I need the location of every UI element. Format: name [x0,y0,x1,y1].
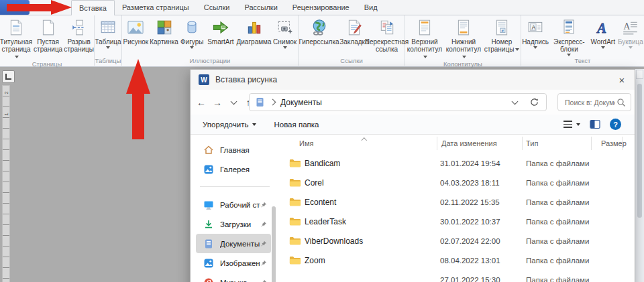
column-header-type[interactable]: Тип [526,139,538,147]
file-row[interactable]: Econtent 02.11.2022 15:35 Папка с файлам… [282,192,635,212]
annotation-arrow-insert-tab [0,0,74,15]
file-date: 27.01.2022 15:30 [440,276,526,282]
window-scrollbar [635,69,644,282]
file-name: Bandicam [305,159,440,168]
address-bar[interactable]: Документы [249,93,547,111]
ruler-toggle-icon[interactable] [636,70,643,79]
home-icon [203,145,214,155]
column-header-date[interactable]: Дата изменения [441,139,497,147]
file-type: Папка с файлами [526,198,601,206]
column-header-name[interactable]: Имя [299,139,313,147]
cover-page-button[interactable]: Титульная страница [0,17,32,60]
header-button[interactable]: Верхний колонтитул [406,17,443,60]
cross-reference-button[interactable]: Перекрестная ссылка [370,17,405,53]
sidebar-item-music[interactable]: Музыка [196,273,271,282]
list-view-icon [564,121,572,128]
navigation-bar: ← → ↑ Документы [191,90,635,115]
picture-button[interactable]: Рисунок [122,17,150,46]
file-row[interactable]: LeaderTask 30.01.2022 10:37 Папка с файл… [282,212,635,231]
footer-button[interactable]: Нижний колонтитул [444,17,483,60]
column-header-size[interactable]: Размер [601,139,627,147]
file-row[interactable]: Corel 04.03.2023 18:11 Папка с файлами [282,173,635,192]
address-dropdown-icon[interactable] [512,98,519,104]
sidebar-item-pictures[interactable]: Изображени [196,253,271,273]
file-name: ViberDownloads [305,236,440,246]
page-number-button[interactable]: # Номер страницы [484,17,520,53]
screenshot-button[interactable]: Снимок [272,17,298,49]
blank-page-button[interactable]: Пустая страница [32,17,64,53]
tab-insert[interactable]: Вставка [71,0,115,15]
scrollbar-thumb[interactable] [637,84,642,218]
group-text: A Надпись Экспресс-блоки A WordA [521,15,644,66]
page-break-icon [70,17,88,38]
vertical-ruler: 2 1 [2,85,10,282]
sidebar-item-downloads[interactable]: Загрузки [196,214,271,234]
group-links: Гиперссылка Закладка Перекрестная ссылка… [299,15,405,66]
hyperlink-button[interactable]: Гиперссылка [299,17,339,46]
wordart-label: WordArt [590,38,615,46]
quick-parts-button[interactable]: Экспресс-блоки [549,17,589,56]
tab-references[interactable]: Ссылки [197,0,237,15]
file-row[interactable]: ViberDownloads 02.07.2024 22:00 Папка с … [282,231,635,251]
drop-cap-button[interactable]: A Буквица [617,17,644,49]
wordart-button[interactable]: A WordArt [589,17,617,49]
tab-page-layout[interactable]: Разметка страницы [115,0,197,15]
recent-locations-button[interactable] [227,95,240,110]
organize-button[interactable]: Упорядочить [203,121,256,129]
close-button[interactable]: × [614,72,629,87]
dropdown-caret-icon [576,123,580,126]
tab-stop-selector[interactable] [2,70,15,83]
search-input[interactable] [564,98,616,107]
help-button[interactable]: ? [610,119,621,130]
dialog-title: Вставка рисунка [215,75,277,84]
file-row[interactable]: 27.01.2022 15:30 Папка с файлами [282,270,635,282]
column-divider[interactable] [522,137,523,150]
shapes-button[interactable]: Фигуры [178,17,205,49]
sidebar-item-gallery[interactable]: Галерея [196,159,271,179]
tab-mailings[interactable]: Рассылки [237,0,284,15]
file-row[interactable]: Bandicam 31.01.2024 19:54 Папка с файлам… [282,153,635,173]
column-divider[interactable] [437,137,437,150]
dropdown-caret-icon [533,46,537,49]
sidebar-separator [200,186,270,187]
page-break-label: Разрыв страницы [64,38,94,53]
file-name: Zoom [305,256,440,265]
search-box[interactable] [557,93,631,111]
hyperlink-icon [310,17,329,38]
column-divider[interactable] [622,137,623,150]
file-row[interactable]: Zoom 08.04.2022 13:01 Папка с файлами [282,251,635,270]
smartart-button[interactable]: SmartArt [205,17,236,46]
dropdown-caret-icon [15,56,19,58]
sidebar-scrollbar-thumb[interactable] [272,206,276,282]
refresh-icon[interactable] [529,97,539,107]
preview-pane-icon[interactable] [590,119,600,129]
page-break-button[interactable]: Разрыв страницы [64,17,94,53]
breadcrumb-location[interactable]: Документы [280,98,322,107]
file-type: Папка с файлами [526,237,601,245]
chart-button[interactable]: Диаграмма [236,17,272,46]
dropdown-caret-icon [567,54,571,56]
tab-view[interactable]: Вид [357,0,385,15]
organize-label: Упорядочить [203,121,248,129]
location-doc-icon [256,97,264,107]
cross-reference-icon [378,17,396,38]
sidebar-item-desktop[interactable]: Рабочий сто [196,195,271,214]
sidebar-item-documents[interactable]: Документы [196,234,271,253]
smartart-label: SmartArt [207,38,233,46]
folder-icon [289,216,301,226]
group-header-footer: Верхний колонтитул Нижний колонтитул # Н… [405,15,521,66]
table-button[interactable]: Таблица [95,17,121,49]
file-type: Папка с файлами [526,218,601,226]
back-button[interactable]: ← [195,95,208,110]
sidebar-item-home[interactable]: Главная [196,140,271,159]
new-folder-button[interactable]: Новая папка [274,121,319,129]
clipart-button[interactable]: Картинка [150,17,179,46]
tab-review[interactable]: Рецензирование [285,0,357,15]
ribbon-tab-bar: Вставка Разметка страницы Ссылки Рассылк… [0,0,644,15]
quick-parts-icon [561,17,577,38]
text-box-button[interactable]: A Надпись [521,17,549,49]
column-divider[interactable] [591,137,592,150]
view-mode-button[interactable] [564,121,580,128]
forward-button[interactable]: → [211,95,224,110]
drop-cap-label: Буквица [618,38,643,46]
